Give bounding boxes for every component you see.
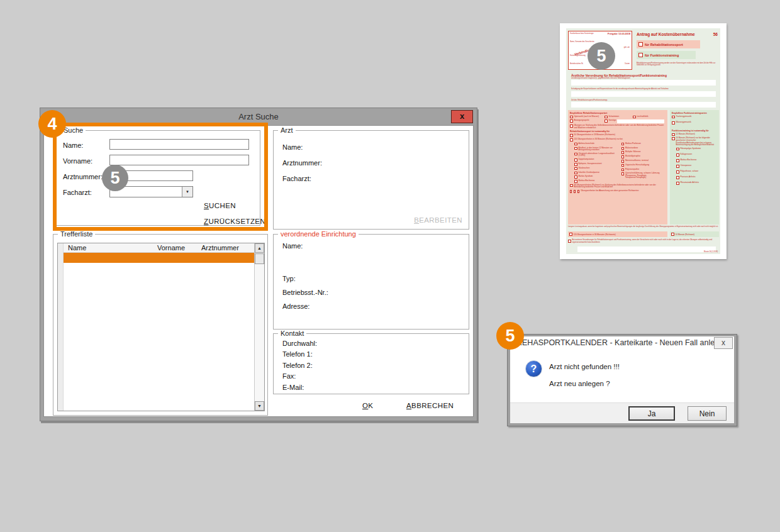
arzt-suche-dialog: Arzt Suche x Suche Name: Vorname: Arztnu…: [40, 108, 477, 421]
reha-checkbox-label: für Rehabilitationssport: [645, 43, 683, 47]
trefferliste-group-title: Trefferliste: [58, 230, 95, 238]
bottom-funk-option: 24 Monate (Richtwert): [670, 231, 719, 237]
kontakt-label: Durchwahl:: [282, 338, 317, 349]
treffer-table: Name Vorname Arztnummer ▲ ▼: [57, 243, 265, 411]
einrichtung-betriebsst-label: Betriebsst.-Nr.:: [282, 289, 328, 296]
funk-conditions: Fibromyalgie-SyndromeKollagenosenMorbus …: [672, 148, 717, 185]
arzt-name-label: Name:: [282, 143, 303, 151]
conditions-left: Asthma bronchialeBlindheit, in den letzt…: [574, 143, 619, 184]
condition-label: Marfan-Syndrom: [578, 175, 593, 178]
ja-button[interactable]: Ja: [628, 406, 675, 421]
chevron-down-icon[interactable]: ▼: [182, 187, 192, 197]
betriebsstaetten-nr-label: Betriebsstätten-Nr.: [570, 63, 583, 65]
condition-label: Asthma bronchiale: [578, 143, 594, 145]
condition-label: Querschnittlähmung, schwere Lähmung (Par…: [625, 172, 666, 179]
funk-condition-label: Kollagenosen: [680, 153, 692, 156]
schaedigung-label: Schädigung der Körperfunktionen und Körp…: [571, 88, 718, 90]
muster56-form-preview: Freigabe 13.03.2018 Krankenkasse bzw. Ko…: [560, 23, 727, 259]
condition-label: Organische Hirnschädigung: [625, 164, 649, 167]
kontakt-label: Telefon 1:: [282, 349, 317, 360]
kostentraeger-label: Krankenkasse bzw. Kostenträger: [570, 33, 594, 35]
name-input[interactable]: [109, 139, 249, 150]
ok-button[interactable]: OK: [362, 402, 373, 409]
einrichtung-name-label: Name:: [282, 242, 303, 250]
condition-label: Muskeldystrophie: [625, 155, 640, 158]
funk-checkbox-row: für Funktionstraining: [637, 51, 696, 59]
condition-label: Multipler Sklerose: [625, 151, 641, 153]
column-header-arztnummer[interactable]: Arztnummer: [201, 244, 239, 252]
condition-label: Doppelamputation: [578, 158, 594, 161]
kontakt-group-title: Kontakt: [278, 330, 306, 337]
funk-kinds: TrockengymnastikWassergymnastik: [672, 116, 717, 125]
vertical-scrollbar[interactable]: ▲ ▼: [254, 243, 264, 411]
funk-condition-label: Osteoporose: [680, 165, 691, 167]
close-icon[interactable]: x: [451, 110, 473, 123]
rehasport-column: Empfohlene Rehabilitationssportart Gymna…: [568, 110, 667, 224]
suchen-button[interactable]: SUCHEN: [204, 202, 236, 209]
funk-checkbox: [638, 53, 643, 57]
arzt-group: Arzt Name: Arztnummer: Facharzt: BEARBEI…: [273, 130, 469, 230]
diagnose-input-line: [571, 80, 716, 86]
reha-checkbox-row: für Rehabilitationssport: [637, 40, 700, 48]
arzt-suche-titlebar[interactable]: Arzt Suche x: [40, 108, 477, 125]
close-icon[interactable]: x: [714, 337, 733, 349]
datum-label: Datum: [625, 63, 630, 65]
abbrechen-button[interactable]: ABBRECHEN: [406, 402, 454, 409]
funk-condition-label: Psoriasis-Arthritis: [680, 176, 695, 179]
column-header-name[interactable]: Name: [68, 244, 86, 252]
condition-label: Chronisch-obstruktiver Lungenerkrankheit…: [578, 153, 618, 157]
scroll-up-icon[interactable]: ▲: [255, 243, 264, 253]
bottom-reha-option: 120 Übungseinheiten in 36 Monaten (Richt…: [568, 231, 667, 237]
versicherter-label: Name, Vorname des Versicherten: [570, 41, 594, 43]
screenshot-stage: Arzt Suche x Suche Name: Vorname: Arztnu…: [0, 0, 780, 532]
bearbeiten-button[interactable]: BEARBEITEN: [414, 216, 462, 224]
arztnummer-label: Arztnummer:: [63, 173, 103, 180]
condition-label: Epilepsie, therapieresistent: [578, 163, 601, 165]
funk-condition-label: Rheumatoide Arthritis: [680, 182, 699, 184]
message-dialog-footer: Ja Nein: [510, 402, 734, 423]
rehasport-column-title: Empfohlene Rehabilitationssportart: [570, 112, 666, 114]
funk-checkbox-label: für Funktionstraining: [645, 53, 679, 57]
arzt-arztnummer-label: Arztnummer:: [282, 159, 322, 167]
condition-label: Niereninsuffizienz, terminal: [625, 160, 649, 162]
step-badge-5-dialog: 5: [496, 322, 524, 350]
zuruecksetzen-button[interactable]: ZURÜCKSETZEN: [204, 218, 265, 225]
funktionstraining-column: Empfohlene Funktionstrainingsarten Trock…: [670, 110, 719, 224]
vorname-label: Vorname:: [63, 157, 92, 165]
step-badge-5-form: 5: [588, 42, 615, 70]
funk-needed-title: Funktionstraining ist notwendig für: [672, 130, 717, 132]
selected-table-row[interactable]: [64, 253, 254, 263]
facharzt-label: Facharzt:: [63, 189, 92, 196]
kontakt-label: Fax:: [282, 371, 317, 382]
form-intro-text: Rehabilitationssport/Funktionstraining w…: [637, 62, 718, 66]
row-selector-gutter: [58, 243, 64, 411]
nein-button[interactable]: Nein: [688, 406, 727, 421]
arzt-facharzt-label: Facharzt:: [282, 175, 311, 182]
ziel-label: Ziel des Rehabilitationssports/Funktions…: [571, 99, 608, 101]
message-dialog-window: REHASPORTKALENDER - Karteikarte - Neuen …: [510, 336, 734, 423]
kontakt-label: Telefon 2:: [282, 360, 317, 371]
message-dialog-title: REHASPORTKALENDER - Karteikarte - Neuen …: [510, 336, 734, 350]
einrichtung-typ-label: Typ:: [282, 275, 296, 282]
ziel-input-line: [571, 102, 716, 108]
einrichtung-group-title: verordnende Einrichtung: [278, 230, 359, 238]
einrichtung-group: verordnende Einrichtung Name: Typ: Betri…: [273, 234, 469, 330]
funk-condition-label: Morbus Bechterew: [680, 159, 696, 162]
einrichtung-adresse-label: Adresse:: [282, 302, 309, 310]
vorname-input[interactable]: [109, 155, 249, 165]
freigabe-date: Freigabe 13.03.2018: [608, 33, 630, 35]
condition-label: Blindheit, in den letzten 12 Monaten vor…: [578, 147, 618, 152]
message-line-1: Arzt nicht gefunden !!!: [549, 363, 620, 370]
funk-column-title: Empfohlene Funktionstrainingsarten: [672, 112, 717, 114]
question-icon: ?: [525, 360, 542, 377]
column-header-vorname[interactable]: Vorname: [157, 244, 185, 252]
weitere-verordnungen-note: Bei weiteren Verordnungen für Rehabilita…: [568, 239, 718, 243]
funk-condition-label: Fibromyalgie-Syndrome: [680, 148, 701, 150]
laengere-leistungsdauer-note: Längere Leistungsdauer, wenn bei kogniti…: [568, 226, 718, 228]
scroll-down-icon[interactable]: ▼: [255, 401, 264, 411]
message-dialog: REHASPORTKALENDER - Karteikarte - Neuen …: [507, 334, 737, 426]
scrollbar-thumb[interactable]: [255, 253, 264, 264]
condition-label: Morbus Bechterew: [578, 180, 594, 182]
form-number: 56: [713, 32, 718, 36]
funk-condition-label: Polyarthrose, schwer: [680, 170, 698, 173]
